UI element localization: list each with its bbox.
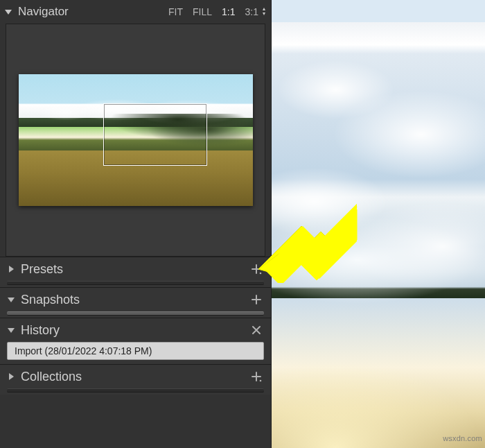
zoom-1-1[interactable]: 1:1 (222, 6, 235, 17)
divider (7, 311, 264, 316)
navigator-header[interactable]: Navigator FIT FILL 1:1 3:1 ▴ ▾ (0, 0, 271, 22)
collections-panel: Collections (0, 364, 271, 395)
history-title: History (21, 323, 60, 338)
left-panel: Navigator FIT FILL 1:1 3:1 ▴ ▾ (0, 0, 272, 448)
svg-point-2 (260, 273, 262, 275)
zoom-fit[interactable]: FIT (168, 6, 183, 17)
main-image-viewport[interactable] (272, 0, 485, 448)
app-root: Navigator FIT FILL 1:1 3:1 ▴ ▾ (0, 0, 485, 448)
chevron-right-icon[interactable] (7, 372, 15, 381)
chevron-down-icon[interactable] (7, 326, 15, 334)
chevron-down-icon[interactable] (4, 8, 12, 16)
zoom-ratio[interactable]: 3:1 (245, 6, 258, 17)
history-entries: Import (28/01/2022 4:07:18 PM) (0, 342, 271, 364)
snapshots-panel: Snapshots (0, 287, 271, 318)
navigator-preview[interactable] (6, 24, 265, 257)
plus-icon[interactable] (250, 370, 263, 383)
chevron-down-icon[interactable]: ▾ (263, 12, 265, 17)
divider (7, 388, 264, 393)
chevron-right-icon[interactable] (7, 265, 15, 273)
close-icon[interactable] (250, 324, 263, 336)
presets-title: Presets (21, 262, 63, 277)
svg-marker-4 (8, 328, 15, 333)
svg-marker-1 (9, 266, 14, 273)
history-panel: History Import (28/01/2022 4:07:18 PM) (0, 318, 271, 364)
snapshots-header[interactable]: Snapshots (0, 288, 271, 311)
navigator-title: Navigator (18, 5, 69, 19)
divider (7, 281, 264, 285)
svg-marker-5 (9, 373, 14, 380)
navigator-thumbnail[interactable] (19, 74, 253, 206)
zoom-options: FIT FILL 1:1 3:1 ▴ ▾ (168, 6, 265, 17)
zoom-ratio-stepper[interactable]: ▴ ▾ (263, 7, 265, 17)
snapshots-title: Snapshots (21, 293, 80, 307)
svg-marker-3 (8, 298, 15, 302)
presets-header[interactable]: Presets (0, 257, 271, 281)
history-header[interactable]: History (0, 318, 271, 342)
history-entry[interactable]: Import (28/01/2022 4:07:18 PM) (7, 342, 264, 360)
collections-header[interactable]: Collections (0, 365, 271, 388)
panel-filler (0, 395, 271, 448)
collections-title: Collections (21, 370, 82, 384)
watermark: wsxdn.com (443, 434, 482, 442)
presets-panel: Presets (0, 257, 271, 287)
plus-icon[interactable] (250, 263, 263, 275)
chevron-down-icon[interactable] (7, 295, 15, 304)
history-entry-label: Import (28/01/2022 4:07:18 PM) (15, 345, 152, 356)
zoom-fill[interactable]: FILL (193, 6, 212, 17)
svg-point-6 (260, 380, 262, 382)
svg-marker-0 (5, 10, 12, 15)
plus-icon[interactable] (250, 293, 263, 306)
